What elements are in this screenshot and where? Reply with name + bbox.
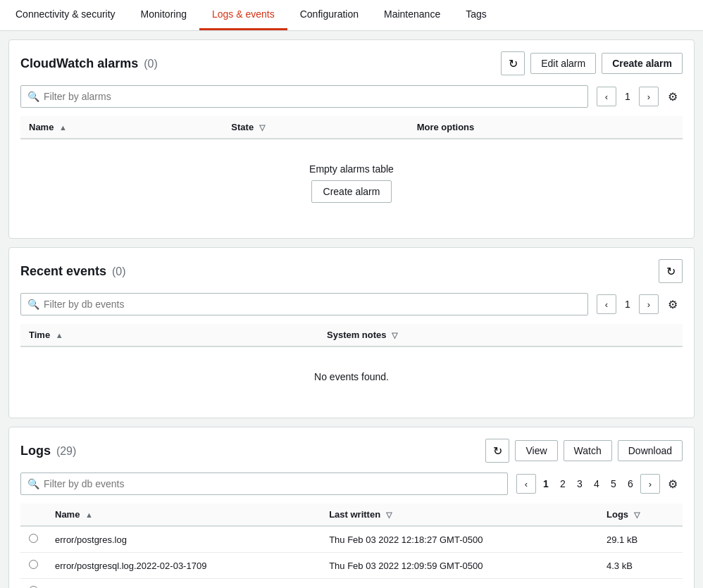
recent-events-table: Time ▲ System notes ▽ No events found. [20,324,683,406]
logs-page-3[interactable]: 3 [573,477,587,491]
logs-col-radio [20,503,46,526]
search-icon: 🔍 [27,299,39,310]
log-size-1: 4.3 kB [598,553,683,579]
cloudwatch-prev-button[interactable]: ‹ [597,87,616,106]
recent-events-filter-row: 🔍 ‹ 1 › ⚙ [20,293,683,315]
tab-connectivity[interactable]: Connectivity & security [3,0,128,30]
create-alarm-inline-button[interactable]: Create alarm [311,180,392,203]
logs-filter-row: 🔍 ‹ 1 2 3 4 5 6 › ⚙ [20,473,683,495]
cloudwatch-actions: ↻ Edit alarm Create alarm [501,51,683,75]
log-row-radio-0[interactable] [29,534,38,543]
recent-events-settings-icon[interactable]: ⚙ [663,294,683,314]
cloudwatch-filter-input[interactable] [20,85,588,108]
cloudwatch-filter-row: 🔍 ‹ 1 › ⚙ [20,85,683,108]
logs-table-body: error/postgres.log Thu Feb 03 2022 12:18… [20,526,683,588]
recent-events-search-wrap: 🔍 [20,293,588,315]
cloudwatch-refresh-button[interactable]: ↻ [501,51,525,75]
recent-events-col-time: Time ▲ [20,324,318,346]
cloudwatch-settings-icon[interactable]: ⚙ [663,87,683,106]
tab-monitoring[interactable]: Monitoring [128,0,199,30]
log-written-2: Thu Feb 03 2022 12:10:58 GMT-0500 [321,579,598,589]
cloudwatch-empty-row: Empty alarms table Create alarm [20,139,683,227]
cloudwatch-count: (0) [144,58,158,70]
tab-tags[interactable]: Tags [453,0,499,30]
recent-events-empty-msg: No events found. [29,354,674,399]
cloudwatch-title-wrap: CloudWatch alarms (0) [20,56,158,71]
log-written-0: Thu Feb 03 2022 12:18:27 GMT-0500 [321,526,598,553]
search-icon: 🔍 [27,91,39,102]
cloudwatch-page-number: 1 [621,91,635,102]
logs-table-header-row: Name ▲ Last written ▽ Logs ▽ [20,503,683,526]
cloudwatch-table: Name ▲ State ▽ More options Empty alarms… [20,116,683,227]
logs-title-wrap: Logs (29) [20,444,76,458]
logs-prev-button[interactable]: ‹ [516,474,536,494]
name-sort-icon[interactable]: ▲ [59,123,67,132]
logs-name-sort-icon[interactable]: ▲ [85,511,93,519]
recent-events-header-row: Time ▲ System notes ▽ [20,324,683,346]
logs-watch-button[interactable]: Watch [564,440,612,461]
recent-events-col-notes: System notes ▽ [318,324,683,346]
cloudwatch-header: CloudWatch alarms (0) ↻ Edit alarm Creat… [20,51,683,75]
tab-configuration[interactable]: Configuration [287,0,371,30]
logs-col-last-written: Last written ▽ [321,503,598,526]
log-size-2: 5.4 kB [598,579,683,589]
recent-events-page-number: 1 [621,299,635,310]
logs-page-5[interactable]: 5 [606,477,621,491]
state-sort-icon[interactable]: ▽ [259,123,265,132]
search-icon: 🔍 [27,478,39,489]
notes-sort-icon[interactable]: ▽ [392,331,397,339]
log-row-radio-1[interactable] [29,560,38,569]
tabs-bar: Connectivity & securityMonitoringLogs & … [0,0,703,31]
logs-col-logs: Logs ▽ [598,503,683,526]
log-size-0: 29.1 kB [598,526,683,553]
logs-section: Logs (29) ↻ View Watch Download 🔍 ‹ 1 2 … [8,427,695,588]
log-name-0: error/postgres.log [46,526,321,553]
tab-maintenance[interactable]: Maintenance [371,0,453,30]
logs-page-2[interactable]: 2 [556,477,570,491]
cloudwatch-col-state: State ▽ [223,116,408,139]
cloudwatch-col-name: Name ▲ [20,116,223,139]
tab-logs[interactable]: Logs & events [199,0,287,30]
cloudwatch-search-wrap: 🔍 [20,85,588,108]
logs-settings-icon[interactable]: ⚙ [663,474,683,494]
recent-events-empty-row: No events found. [20,346,683,406]
logs-filter-input[interactable] [20,473,508,495]
log-name-1: error/postgresql.log.2022-02-03-1709 [46,553,321,579]
logs-view-button[interactable]: View [515,440,557,461]
recent-events-refresh-button[interactable]: ↻ [659,259,683,283]
recent-events-header: Recent events (0) ↻ [20,259,683,283]
logs-written-sort-icon[interactable]: ▽ [386,511,392,519]
logs-table: Name ▲ Last written ▽ Logs ▽ error/postg… [20,503,683,588]
cloudwatch-table-header-row: Name ▲ State ▽ More options [20,116,683,139]
logs-pagination: ‹ 1 2 3 4 5 6 › ⚙ [516,474,683,494]
logs-header: Logs (29) ↻ View Watch Download [20,439,683,463]
recent-events-section: Recent events (0) ↻ 🔍 ‹ 1 › ⚙ Time ▲ Sys… [8,247,695,418]
logs-count: (29) [56,445,76,457]
logs-size-sort-icon[interactable]: ▽ [634,511,640,519]
cloudwatch-next-button[interactable]: › [639,87,659,106]
edit-alarm-button[interactable]: Edit alarm [530,53,596,74]
cloudwatch-title: CloudWatch alarms [20,56,138,70]
log-written-1: Thu Feb 03 2022 12:09:59 GMT-0500 [321,553,598,579]
recent-events-count: (0) [112,265,126,277]
log-name-2: error/postgresql.log.2022-02-03-1710 [46,579,321,589]
recent-events-prev-button[interactable]: ‹ [597,294,616,314]
recent-events-next-button[interactable]: › [639,294,659,314]
logs-next-button[interactable]: › [640,474,660,494]
logs-page-6[interactable]: 6 [623,477,637,491]
recent-events-title: Recent events [20,264,106,278]
cloudwatch-empty-text: Empty alarms table [46,163,657,175]
logs-refresh-button[interactable]: ↻ [485,439,509,463]
logs-download-button[interactable]: Download [618,440,683,461]
logs-col-name: Name ▲ [46,503,321,526]
logs-search-wrap: 🔍 [20,473,508,495]
logs-page-4[interactable]: 4 [590,477,604,491]
logs-page-1[interactable]: 1 [539,477,553,491]
logs-actions: ↻ View Watch Download [485,439,683,463]
cloudwatch-empty-msg: Empty alarms table Create alarm [29,146,674,220]
recent-events-filter-input[interactable] [20,293,588,315]
cloudwatch-col-options: More options [409,116,683,139]
create-alarm-button[interactable]: Create alarm [602,53,683,74]
cloudwatch-section: CloudWatch alarms (0) ↻ Edit alarm Creat… [8,39,695,239]
time-sort-icon[interactable]: ▲ [56,331,63,339]
